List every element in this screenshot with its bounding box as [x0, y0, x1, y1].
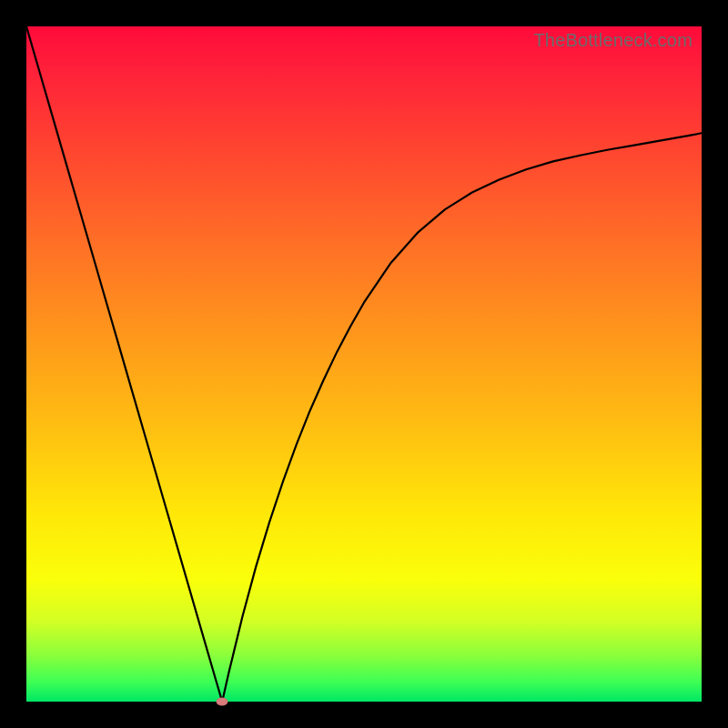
chart-frame: TheBottleneck.com [0, 0, 728, 728]
minimum-marker [217, 698, 228, 706]
bottleneck-curve [26, 26, 702, 702]
curve-path [26, 26, 702, 702]
plot-area: TheBottleneck.com [26, 26, 702, 702]
